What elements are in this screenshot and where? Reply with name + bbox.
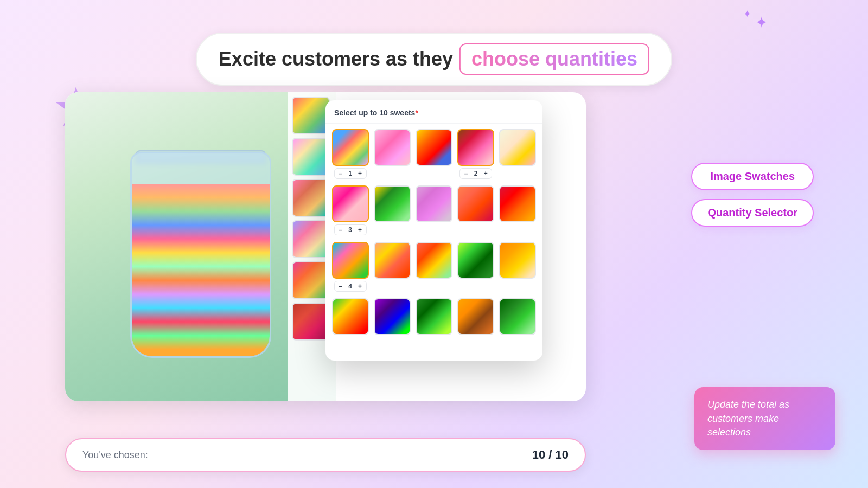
swatch-image-8[interactable]: [416, 185, 452, 222]
thumbnail-6[interactable]: [292, 303, 330, 341]
qty-plus-4[interactable]: +: [482, 170, 489, 177]
qty-empty-18: [433, 337, 435, 349]
qty-empty-10: [517, 224, 518, 236]
qty-plus-11[interactable]: +: [356, 282, 364, 290]
header-highlight-text: choose quantities: [471, 48, 637, 70]
qty-empty-19: [475, 337, 476, 349]
qty-empty-8: [433, 224, 435, 236]
swatch-cell-19: [457, 298, 495, 351]
qty-empty-15: [517, 281, 518, 293]
qty-empty-7: [392, 224, 393, 236]
swatch-cell-5: [499, 129, 537, 182]
thumbnail-4[interactable]: [292, 220, 330, 258]
swatch-image-18[interactable]: [416, 298, 452, 335]
sparkle-icon: ✦: [755, 14, 768, 31]
callout-text: Update the total as customers make selec…: [707, 399, 789, 437]
qty-empty-14: [475, 281, 476, 293]
swatch-image-7[interactable]: [374, 185, 411, 222]
swatch-image-10[interactable]: [499, 185, 536, 222]
qty-empty-3: [433, 168, 435, 180]
swatch-cell-15: [499, 242, 537, 295]
swatch-cell-11: –4+: [331, 242, 369, 295]
swatch-image-14[interactable]: [457, 242, 494, 279]
swatch-cell-6: –3+: [331, 185, 369, 239]
product-image-section: [65, 92, 336, 401]
thumbnail-1[interactable]: [292, 97, 330, 134]
qty-minus-11[interactable]: –: [337, 282, 344, 290]
qty-bar-6[interactable]: –3+: [334, 224, 367, 235]
candy-fill: [132, 184, 270, 356]
swatch-image-6[interactable]: [332, 185, 369, 222]
swatch-cell-1: –1+: [331, 129, 369, 182]
chosen-count: 10 / 10: [532, 448, 569, 462]
swatch-cell-20: [499, 298, 537, 351]
swatch-cell-16: [331, 298, 369, 351]
swatch-image-11[interactable]: [332, 242, 369, 279]
header-title: Excite customers as they choose quantiti…: [196, 33, 672, 86]
swatch-cell-10: [499, 185, 537, 239]
quantity-selector-label: Quantity Selector: [691, 199, 814, 227]
popup-header: Select up to 10 sweets*: [326, 100, 542, 124]
swatch-cell-8: [414, 185, 453, 239]
swatch-cell-7: [373, 185, 411, 239]
swatch-grid[interactable]: –1+–2+–3+–4+: [326, 124, 542, 357]
qty-minus-6[interactable]: –: [337, 226, 344, 234]
swatch-image-4[interactable]: [457, 129, 494, 166]
update-callout: Update the total as customers make selec…: [694, 387, 835, 450]
swatch-cell-17: [373, 298, 411, 351]
thumbnail-5[interactable]: [292, 261, 330, 299]
header-static-text: Excite customers as they: [219, 48, 453, 70]
qty-plus-1[interactable]: +: [356, 170, 364, 177]
qty-empty-5: [517, 168, 518, 180]
swatch-cell-18: [414, 298, 453, 351]
swatch-image-16[interactable]: [332, 298, 369, 335]
qty-empty-13: [433, 281, 435, 293]
qty-value-1: 1: [346, 170, 355, 177]
swatch-cell-14: [457, 242, 495, 295]
qty-empty-17: [392, 337, 393, 349]
qty-minus-1[interactable]: –: [337, 170, 344, 177]
right-labels: Image Swatches Quantity Selector: [691, 163, 814, 227]
swatch-cell-13: [414, 242, 453, 295]
qty-value-4: 2: [471, 170, 480, 177]
swatch-image-3[interactable]: [416, 129, 452, 166]
jar-body: [130, 152, 271, 358]
qty-bar-11[interactable]: –4+: [334, 281, 367, 292]
swatch-image-1[interactable]: [332, 129, 369, 166]
thumbnail-3[interactable]: [292, 179, 330, 217]
swatch-cell-4: –2+: [457, 129, 495, 182]
qty-empty-2: [392, 168, 393, 180]
thumbnail-2[interactable]: [292, 138, 330, 176]
candy-jar-illustration: [114, 125, 288, 369]
popup-title: Select up to 10 sweets*: [334, 108, 418, 117]
qty-value-6: 3: [346, 226, 355, 234]
swatch-cell-3: [414, 129, 453, 182]
swatch-cell-9: [457, 185, 495, 239]
swatch-image-17[interactable]: [374, 298, 411, 335]
swatch-cell-2: [373, 129, 411, 182]
qty-bar-1[interactable]: –1+: [334, 168, 367, 179]
swatch-image-12[interactable]: [374, 242, 411, 279]
qty-empty-20: [517, 337, 518, 349]
sparkle-icon-small: ✦: [743, 8, 751, 20]
chosen-label: You've chosen:: [82, 450, 148, 461]
header-highlight-box: choose quantities: [459, 43, 649, 75]
qty-value-11: 4: [346, 282, 355, 290]
qty-minus-4[interactable]: –: [462, 170, 470, 177]
swatch-image-19[interactable]: [457, 298, 494, 335]
qty-empty-12: [392, 281, 393, 293]
swatch-image-15[interactable]: [499, 242, 536, 279]
qty-plus-6[interactable]: +: [356, 226, 364, 234]
image-swatches-label: Image Swatches: [691, 163, 814, 190]
swatch-image-20[interactable]: [499, 298, 536, 335]
swatch-cell-12: [373, 242, 411, 295]
qty-empty-16: [350, 337, 351, 349]
swatch-image-9[interactable]: [457, 185, 494, 222]
qty-bar-4[interactable]: –2+: [459, 168, 492, 179]
swatch-image-2[interactable]: [374, 129, 411, 166]
swatch-popup: Select up to 10 sweets* –1+–2+–3+–4+: [326, 100, 542, 361]
bottom-bar: You've chosen: 10 / 10: [65, 438, 586, 472]
swatch-image-5[interactable]: [499, 129, 536, 166]
qty-empty-9: [475, 224, 476, 236]
swatch-image-13[interactable]: [416, 242, 452, 279]
